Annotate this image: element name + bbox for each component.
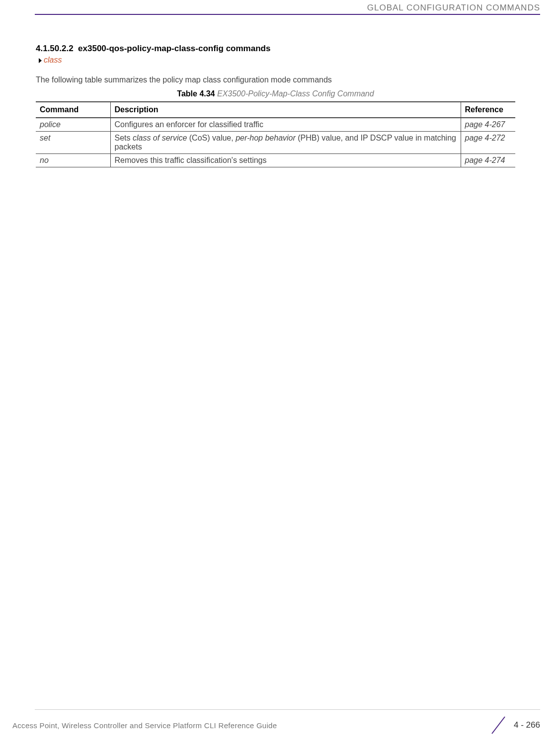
footer-page-number: 4 - 266: [514, 720, 540, 730]
cmd-name[interactable]: police: [36, 118, 110, 132]
table-row: set Sets class of service (CoS) value, p…: [36, 132, 515, 154]
section-title: ex3500-qos-policy-map-class-config comma…: [78, 44, 270, 53]
footer-guide-title: Access Point, Wireless Controller and Se…: [12, 721, 486, 730]
cmd-description: Removes this traffic classification's se…: [110, 154, 461, 167]
table-row: police Configures an enforcer for classi…: [36, 118, 515, 132]
section-number: 4.1.50.2.2: [36, 44, 74, 53]
cmd-description: Sets class of service (CoS) value, per-h…: [110, 132, 461, 154]
triangle-right-icon: [39, 58, 42, 63]
intro-text: The following table summarizes the polic…: [36, 75, 515, 84]
cmd-reference[interactable]: page 4-274: [461, 154, 515, 167]
command-table: Command Description Reference police Con…: [36, 101, 515, 167]
th-command: Command: [36, 102, 110, 118]
section-heading: 4.1.50.2.2 ex3500-qos-policy-map-class-c…: [36, 44, 515, 54]
svg-line-0: [492, 717, 505, 734]
th-reference: Reference: [461, 102, 515, 118]
main-content: 4.1.50.2.2 ex3500-qos-policy-map-class-c…: [36, 44, 515, 167]
th-description: Description: [110, 102, 461, 118]
footer-rule: [35, 709, 540, 710]
header-title: GLOBAL CONFIGURATION COMMANDS: [0, 0, 560, 14]
table-caption: Table 4.34 EX3500-Policy-Map-Class Confi…: [36, 89, 515, 98]
cmd-reference[interactable]: page 4-267: [461, 118, 515, 132]
cmd-reference[interactable]: page 4-272: [461, 132, 515, 154]
slash-icon: [488, 715, 509, 736]
page-header: GLOBAL CONFIGURATION COMMANDS: [0, 0, 560, 15]
page-footer: Access Point, Wireless Controller and Se…: [0, 709, 560, 736]
header-rule: [35, 14, 540, 15]
breadcrumb: class: [39, 56, 515, 65]
breadcrumb-link[interactable]: class: [44, 56, 62, 64]
table-caption-title: EX3500-Policy-Map-Class Config Command: [217, 89, 374, 98]
table-caption-label: Table 4.34: [177, 89, 215, 98]
cmd-name[interactable]: set: [36, 132, 110, 154]
table-row: no Removes this traffic classification's…: [36, 154, 515, 167]
cmd-name[interactable]: no: [36, 154, 110, 167]
cmd-description: Configures an enforcer for classified tr…: [110, 118, 461, 132]
footer-row: Access Point, Wireless Controller and Se…: [0, 715, 560, 736]
table-header-row: Command Description Reference: [36, 102, 515, 118]
